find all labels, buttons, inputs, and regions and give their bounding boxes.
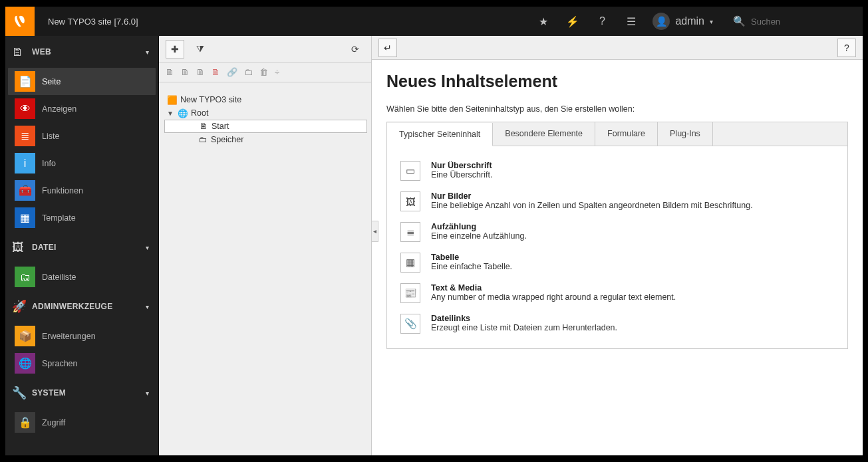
folder-icon[interactable]: 🗀	[244, 67, 253, 77]
divider-icon[interactable]: ÷	[275, 67, 279, 77]
module-item-lang[interactable]: 🌐Sprachen	[8, 350, 156, 377]
context-help-button[interactable]: ?	[837, 39, 856, 57]
module-item-filelist[interactable]: 🗂Dateiliste	[8, 263, 156, 290]
tab-3[interactable]: Plug-Ins	[658, 122, 713, 146]
wizard-item-icon: ▦	[400, 253, 420, 273]
tab-panel: ▭Nur ÜberschriftEine Überschrift.🖼Nur Bi…	[386, 146, 848, 349]
doc-shortcut-icon[interactable]: 🗎	[196, 67, 205, 77]
access-icon: 🔒	[15, 412, 35, 433]
system-group-icon: 🔧	[12, 386, 32, 400]
avatar-icon: 👤	[652, 13, 670, 30]
filter-button[interactable]: ⧩	[191, 40, 210, 58]
module-group-title: WEB	[32, 47, 146, 57]
module-label: Liste	[42, 132, 59, 141]
module-label: Seite	[42, 77, 61, 86]
topbar: New TYPO3 site [7.6.0] ★ ⚡ ? ☰ 👤 admin ▾…	[5, 7, 863, 36]
module-item-ext[interactable]: 📦Erweiterungen	[8, 322, 156, 350]
wizard-item-4[interactable]: 📰Text & MediaAny number of media wrapped…	[396, 278, 838, 308]
module-item-func[interactable]: 🧰Funktionen	[8, 177, 156, 204]
wizard-item-0[interactable]: ▭Nur ÜberschriftEine Überschrift.	[396, 156, 838, 186]
filelist-icon: 🗂	[15, 267, 35, 287]
link-icon[interactable]: 🔗	[227, 67, 237, 77]
pagetree-collapse-handle[interactable]: ◂	[372, 221, 378, 242]
page-title: Neues Inhaltselement	[386, 72, 848, 91]
refresh-button[interactable]: ⟳	[346, 40, 364, 58]
wizard-item-title: Dateilinks	[431, 314, 617, 323]
module-group-title: DATEI	[32, 243, 146, 252]
wizard-item-icon: ▭	[400, 161, 420, 181]
pagetree-toolbar: ✚ ⧩ ⟳	[159, 36, 371, 62]
tab-0[interactable]: Typischer Seiteninhalt	[387, 123, 493, 146]
module-item-view[interactable]: 👁Anzeigen	[8, 95, 156, 122]
module-group-file[interactable]: 🖼DATEI▾	[5, 231, 158, 263]
tab-bar: Typischer SeiteninhaltBesondere Elemente…	[386, 122, 848, 146]
module-label: Funktionen	[42, 186, 83, 195]
func-icon: 🧰	[15, 180, 35, 201]
pagetree: 🟧New TYPO3 site▼🌐Root🗎Start🗀Speicher	[159, 82, 371, 455]
new-page-button[interactable]: ✚	[166, 40, 184, 58]
wizard-item-desc: Erzeugt eine Liste mit Dateien zum Herun…	[431, 323, 617, 332]
doc-user-icon[interactable]: 🗎	[181, 67, 190, 77]
tree-node-speicher[interactable]: 🗀Speicher	[164, 133, 367, 146]
bookmarks-icon[interactable]: ★	[529, 7, 558, 36]
tab-1[interactable]: Besondere Elemente	[493, 122, 595, 146]
wizard-item-5[interactable]: 📎DateilinksErzeugt eine Liste mit Dateie…	[396, 308, 838, 339]
tree-node-root[interactable]: ▼🌐Root	[164, 106, 367, 120]
close-button[interactable]: ↵	[378, 39, 397, 57]
page-lead: Wählen Sie bitte den Seiteninhaltstyp au…	[386, 104, 848, 114]
wizard-item-icon: 📎	[400, 314, 420, 334]
wizard-item-title: Aufzählung	[431, 222, 527, 231]
wizard-item-title: Nur Überschrift	[431, 161, 492, 170]
user-label: admin	[675, 15, 704, 27]
module-item-info[interactable]: iInfo	[8, 150, 156, 177]
search-icon: 🔍	[733, 15, 746, 27]
module-group-system[interactable]: 🔧SYSTEM▾	[5, 377, 158, 409]
info-icon: i	[15, 153, 35, 173]
doc-disabled-icon[interactable]: 🗎	[212, 67, 220, 77]
chevron-down-icon: ▾	[146, 390, 149, 397]
search-input[interactable]	[751, 17, 863, 27]
wizard-item-2[interactable]: ≣AufzählungEine einzelne Aufzählung.	[396, 217, 838, 247]
content-toolbar: ↵ ?	[372, 36, 863, 60]
module-item-access[interactable]: 🔒Zugriff	[8, 409, 156, 436]
module-item-tmpl[interactable]: ▦Template	[8, 204, 156, 231]
trash-icon[interactable]: 🗑	[259, 67, 268, 77]
cache-flash-icon[interactable]: ⚡	[558, 7, 587, 36]
wizard-item-title: Tabelle	[431, 253, 512, 262]
view-icon: 👁	[15, 98, 35, 119]
tab-2[interactable]: Formulare	[595, 122, 658, 146]
module-group-admin[interactable]: 🚀ADMINWERKZEUGE▾	[5, 290, 158, 322]
typo3-logo[interactable]	[5, 7, 35, 36]
chevron-down-icon: ▾	[146, 244, 149, 251]
doc-icon[interactable]: 🗎	[166, 67, 174, 77]
wizard-item-desc: Eine beliebige Anzahl von in Zeilen und …	[431, 201, 753, 210]
help-icon[interactable]: ?	[587, 7, 617, 36]
module-group-web[interactable]: 🗎WEB▾	[5, 36, 158, 68]
content-body: Neues Inhaltselement Wählen Sie bitte de…	[372, 60, 863, 455]
module-label: Erweiterungen	[42, 332, 96, 341]
wizard-item-3[interactable]: ▦TabelleEine einfache Tabelle.	[396, 247, 838, 278]
module-group-title: ADMINWERKZEUGE	[32, 302, 146, 311]
topbar-search[interactable]: 🔍	[724, 15, 863, 27]
pagetree-panel: ✚ ⧩ ⟳ 🗎 🗎 🗎 🗎 🔗 🗀 🗑 ÷ 🟧New TYPO3 site▼🌐R…	[159, 36, 372, 455]
user-menu[interactable]: 👤 admin ▾	[646, 7, 724, 36]
module-label: Anzeigen	[42, 104, 76, 114]
wizard-item-1[interactable]: 🖼Nur BilderEine beliebige Anzahl von in …	[396, 186, 838, 217]
module-label: Zugriff	[42, 418, 65, 427]
pagetree-action-toolbar: 🗎 🗎 🗎 🗎 🔗 🗀 🗑 ÷	[159, 62, 371, 82]
wizard-item-icon: 🖼	[400, 191, 420, 211]
module-item-list[interactable]: ≣Liste	[8, 122, 156, 150]
module-menu: 🗎WEB▾📄Seite👁Anzeigen≣ListeiInfo🧰Funktion…	[5, 36, 159, 455]
admin-group-icon: 🚀	[12, 299, 32, 314]
content-panel: ↵ ? Neues Inhaltselement Wählen Sie bitt…	[372, 36, 863, 455]
module-item-page[interactable]: 📄Seite	[8, 68, 156, 95]
chevron-down-icon: ▾	[710, 18, 713, 25]
tree-node-start[interactable]: 🗎Start	[164, 120, 367, 133]
tmpl-icon: ▦	[15, 207, 35, 228]
module-label: Dateiliste	[42, 273, 76, 282]
page-icon: 📄	[15, 71, 35, 92]
wizard-item-desc: Eine einzelne Aufzählung.	[431, 231, 527, 241]
file-group-icon: 🖼	[12, 241, 32, 255]
tree-site-root[interactable]: 🟧New TYPO3 site	[164, 93, 367, 106]
application-icon[interactable]: ☰	[617, 7, 646, 36]
